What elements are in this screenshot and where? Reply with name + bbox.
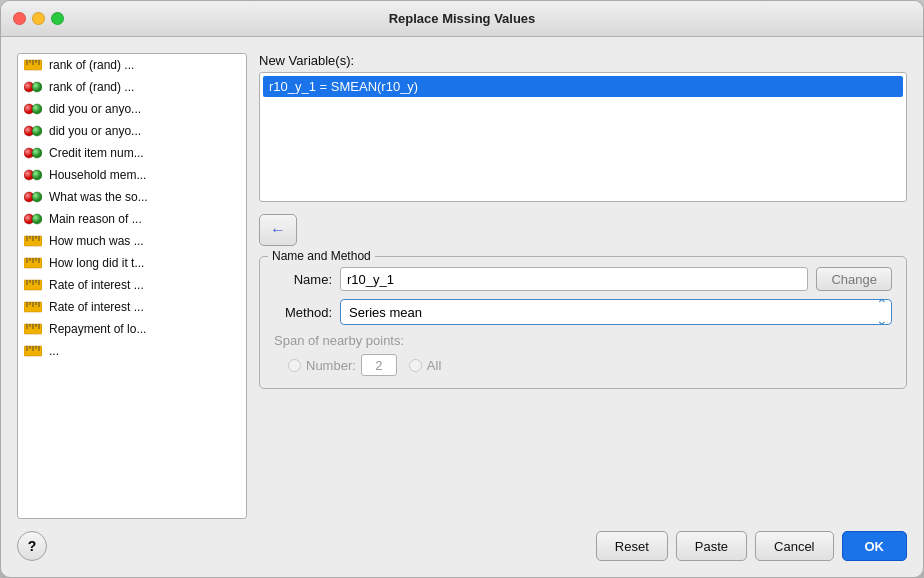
number-input[interactable] [361, 354, 397, 376]
variable-label: ... [49, 344, 59, 358]
variable-item[interactable]: Repayment of lo... [18, 318, 246, 340]
variable-label: How much was ... [49, 234, 144, 248]
variable-label: Credit item num... [49, 146, 144, 160]
method-select[interactable]: Series meanMean of nearby pointsMedian o… [340, 299, 892, 325]
variable-label: rank of (rand) ... [49, 80, 134, 94]
variable-list-panel: rank of (rand) ... rank of (rand) ... [17, 53, 247, 519]
traffic-lights [13, 12, 64, 25]
variable-label: Repayment of lo... [49, 322, 146, 336]
right-panel: New Variable(s): r10_y_1 = SMEAN(r10_y) … [259, 53, 907, 519]
name-input[interactable] [340, 267, 808, 291]
variable-icon [24, 299, 44, 315]
variable-item[interactable]: ... [18, 340, 246, 362]
title-bar: Replace Missing Values [1, 1, 923, 37]
ok-button[interactable]: OK [842, 531, 908, 561]
number-radio[interactable] [288, 359, 301, 372]
svg-point-19 [32, 214, 42, 224]
variable-icon [24, 321, 44, 337]
variable-icon [24, 123, 44, 139]
svg-point-17 [32, 192, 42, 202]
variable-icon [24, 255, 44, 271]
name-method-group: Name and Method Name: Change Method: Ser… [259, 256, 907, 389]
variable-item[interactable]: Household mem... [18, 164, 246, 186]
name-row: Name: Change [274, 267, 892, 291]
variable-icon [24, 145, 44, 161]
variable-item[interactable]: How long did it t... [18, 252, 246, 274]
number-radio-label: Number: [306, 358, 356, 373]
main-window: Replace Missing Values rank of (rand) ..… [0, 0, 924, 578]
variable-item[interactable]: rank of (rand) ... [18, 76, 246, 98]
new-variables-box: r10_y_1 = SMEAN(r10_y) [259, 72, 907, 202]
svg-point-15 [32, 170, 42, 180]
cancel-button[interactable]: Cancel [755, 531, 833, 561]
variable-icon [24, 167, 44, 183]
transfer-area: ← [259, 214, 907, 246]
main-content: rank of (rand) ... rank of (rand) ... [1, 37, 923, 519]
variable-item[interactable]: did you or anyo... [18, 98, 246, 120]
variable-item[interactable]: Credit item num... [18, 142, 246, 164]
variable-label: Household mem... [49, 168, 146, 182]
svg-point-11 [32, 126, 42, 136]
variable-label: rank of (rand) ... [49, 58, 134, 72]
span-section: Span of nearby points: Number: All [274, 333, 892, 376]
all-radio-group: All [409, 358, 441, 373]
variable-item[interactable]: rank of (rand) ... [18, 54, 246, 76]
method-label: Method: [274, 305, 332, 320]
variable-icon [24, 101, 44, 117]
variable-icon [24, 211, 44, 227]
variable-label: What was the so... [49, 190, 148, 204]
number-radio-group: Number: [288, 354, 397, 376]
method-row: Method: Series meanMean of nearby points… [274, 299, 892, 325]
svg-point-13 [32, 148, 42, 158]
transfer-button[interactable]: ← [259, 214, 297, 246]
svg-point-7 [32, 82, 42, 92]
variable-label: Main reason of ... [49, 212, 142, 226]
method-select-wrap: Series meanMean of nearby pointsMedian o… [340, 299, 892, 325]
variable-label: Rate of interest ... [49, 300, 144, 314]
variable-label: did you or anyo... [49, 124, 141, 138]
new-variables-section: New Variable(s): r10_y_1 = SMEAN(r10_y) [259, 53, 907, 202]
variable-icon [24, 79, 44, 95]
name-label: Name: [274, 272, 332, 287]
variable-label: Rate of interest ... [49, 278, 144, 292]
variable-item[interactable]: Rate of interest ... [18, 274, 246, 296]
new-variable-item[interactable]: r10_y_1 = SMEAN(r10_y) [263, 76, 903, 97]
maximize-button[interactable] [51, 12, 64, 25]
span-label: Span of nearby points: [274, 333, 892, 348]
window-title: Replace Missing Values [389, 11, 536, 26]
all-radio-label: All [427, 358, 441, 373]
variable-list[interactable]: rank of (rand) ... rank of (rand) ... [17, 53, 247, 519]
help-button[interactable]: ? [17, 531, 47, 561]
variable-icon [24, 233, 44, 249]
svg-point-9 [32, 104, 42, 114]
all-radio[interactable] [409, 359, 422, 372]
change-button[interactable]: Change [816, 267, 892, 291]
radio-row: Number: All [274, 354, 892, 376]
variable-icon [24, 57, 44, 73]
minimize-button[interactable] [32, 12, 45, 25]
variable-item[interactable]: How much was ... [18, 230, 246, 252]
close-button[interactable] [13, 12, 26, 25]
group-legend: Name and Method [268, 249, 375, 263]
variable-item[interactable]: did you or anyo... [18, 120, 246, 142]
variable-item[interactable]: Rate of interest ... [18, 296, 246, 318]
variable-icon [24, 277, 44, 293]
variable-icon [24, 189, 44, 205]
variable-label: How long did it t... [49, 256, 144, 270]
variable-label: did you or anyo... [49, 102, 141, 116]
paste-button[interactable]: Paste [676, 531, 747, 561]
variable-icon [24, 343, 44, 359]
bottom-bar: ? Reset Paste Cancel OK [1, 519, 923, 577]
new-variables-label: New Variable(s): [259, 53, 907, 68]
variable-item[interactable]: What was the so... [18, 186, 246, 208]
variable-item[interactable]: Main reason of ... [18, 208, 246, 230]
reset-button[interactable]: Reset [596, 531, 668, 561]
